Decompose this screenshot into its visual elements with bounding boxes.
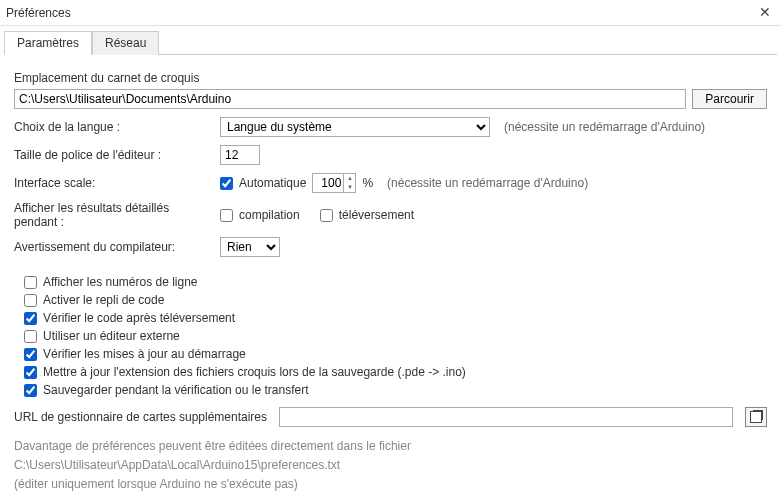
verbose-compile-checkbox[interactable]	[220, 209, 233, 222]
scale-spinner[interactable]: ▲▼	[312, 173, 356, 193]
scale-auto-label: Automatique	[239, 176, 306, 190]
footer-line-2: C:\Users\Utilisateur\AppData\Local\Ardui…	[14, 456, 767, 475]
tab-parametres[interactable]: Paramètres	[4, 31, 92, 55]
folding-label: Activer le repli de code	[43, 293, 164, 307]
warnings-label: Avertissement du compilateur:	[14, 240, 214, 254]
footer-line-3: (éditer uniquement lorsque Arduino ne s'…	[14, 475, 767, 494]
verbose-compile-label: compilation	[239, 208, 300, 222]
titlebar: Préférences ✕	[0, 0, 781, 26]
footer-line-1: Davantage de préférences peuvent être éd…	[14, 437, 767, 456]
close-icon[interactable]: ✕	[759, 4, 771, 20]
save-verify-checkbox[interactable]	[24, 384, 37, 397]
update-ext-label: Mettre à jour l'extension des fichiers c…	[43, 365, 466, 379]
tab-bar: Paramètres Réseau	[4, 30, 777, 55]
scale-auto-checkbox[interactable]	[220, 177, 233, 190]
tab-reseau[interactable]: Réseau	[92, 31, 159, 55]
boards-url-input[interactable]	[279, 407, 733, 427]
check-updates-label: Vérifier les mises à jour au démarrage	[43, 347, 246, 361]
boards-url-expand-button[interactable]	[745, 407, 767, 427]
sketchbook-path-input[interactable]	[14, 89, 686, 109]
tab-content: Emplacement du carnet de croquis Parcour…	[0, 55, 781, 503]
linenums-checkbox[interactable]	[24, 276, 37, 289]
save-verify-label: Sauvegarder pendant la vérification ou l…	[43, 383, 309, 397]
update-ext-checkbox[interactable]	[24, 366, 37, 379]
external-editor-label: Utiliser un éditeur externe	[43, 329, 180, 343]
window-icon	[750, 411, 762, 423]
fontsize-input[interactable]	[220, 145, 260, 165]
sketchbook-label: Emplacement du carnet de croquis	[14, 71, 199, 85]
window-title: Préférences	[6, 6, 71, 20]
verify-upload-label: Vérifier le code après téléversement	[43, 311, 235, 325]
verbose-upload-label: téléversement	[339, 208, 414, 222]
browse-button[interactable]: Parcourir	[692, 89, 767, 109]
scale-percent: %	[362, 176, 373, 190]
external-editor-checkbox[interactable]	[24, 330, 37, 343]
check-updates-checkbox[interactable]	[24, 348, 37, 361]
scale-hint: (nécessite un redémarrage d'Arduino)	[387, 176, 588, 190]
language-label: Choix de la langue :	[14, 120, 214, 134]
linenums-label: Afficher les numéros de ligne	[43, 275, 198, 289]
spinner-arrows-icon[interactable]: ▲▼	[343, 174, 355, 192]
language-select[interactable]: Langue du système	[220, 117, 490, 137]
footer-text: Davantage de préférences peuvent être éd…	[14, 437, 767, 495]
verbose-label: Afficher les résultats détaillés pendant…	[14, 201, 214, 229]
language-hint: (nécessite un redémarrage d'Arduino)	[504, 120, 705, 134]
warnings-select[interactable]: Rien	[220, 237, 280, 257]
scale-label: Interface scale:	[14, 176, 214, 190]
scale-input[interactable]	[313, 174, 343, 192]
folding-checkbox[interactable]	[24, 294, 37, 307]
boards-url-label: URL de gestionnaire de cartes supplément…	[14, 410, 267, 424]
fontsize-label: Taille de police de l'éditeur :	[14, 148, 214, 162]
verify-upload-checkbox[interactable]	[24, 312, 37, 325]
verbose-upload-checkbox[interactable]	[320, 209, 333, 222]
